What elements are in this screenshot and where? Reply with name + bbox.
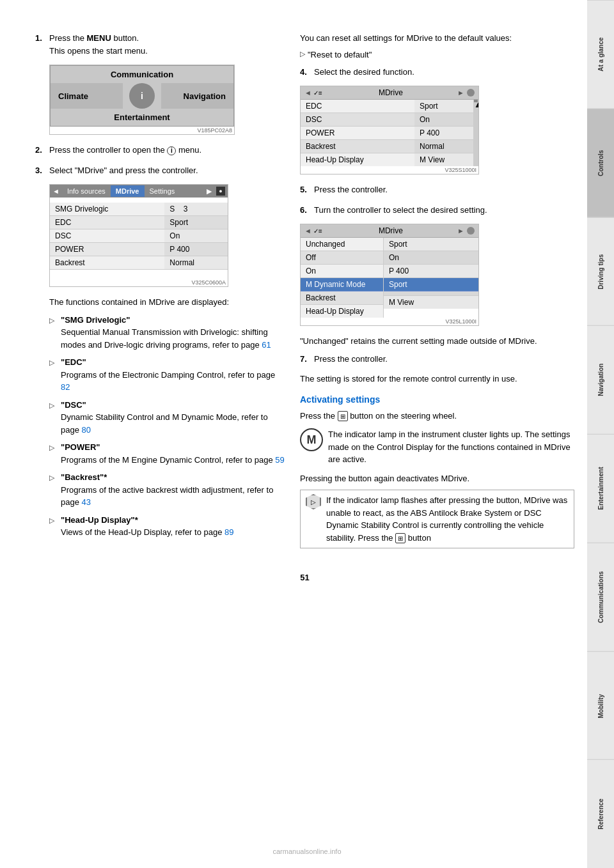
sidebar-item-controls[interactable]: Controls [587,109,614,217]
steering-icon: ⊞ [338,411,348,421]
table-cell-left: EDC [50,216,164,229]
tab-info-sources[interactable]: Info sources [62,185,111,197]
i-icon: i [167,146,176,155]
tab-left-icon: ◄ [50,186,62,196]
reset-sub-text: "Reset to default" [308,50,372,59]
tab-dot-icon: ● [216,187,225,196]
table-cell-left: EDC [301,100,414,113]
sidebar-item-reference[interactable]: Reference [587,759,614,868]
nav-menu-grid: Communication Climate i Navigation Enter… [50,65,234,127]
table-cell-left: Backrest [50,256,164,270]
table-row: DSC On [50,229,228,243]
menu-center: i [123,83,161,109]
stored-text: The setting is stored for the remote con… [300,373,574,385]
functions-text: The functions contained in MDrive are di… [49,296,285,309]
bullet-content: "POWER" Programs of the M Engine Dynamic… [61,441,285,466]
warning-note-box: ▷ If the indicator lamp flashes after pr… [300,490,574,548]
table-row-unchanged: Unchanged [301,238,383,251]
table-row-backrest: Backrest [301,291,383,305]
table-row: Head-Up Display M View [301,153,473,167]
table-with-scroll: EDC Sport DSC On POWER P 400 [301,100,478,166]
table-row-blank [384,291,478,296]
step-1-bold: MENU [87,33,111,43]
table-row: DSC On [301,113,473,127]
bullet-content: "DSC" Dynamic Stability Control and M Dy… [61,399,285,437]
bullet-title: "Head-Up Display"* [61,515,138,525]
table-row-mview: M View [384,296,478,309]
table-row-m-dynamic: M Dynamic Mode [301,278,383,291]
two-col-table: Unchanged Off On M Dynamic Mode Backrest… [301,238,478,318]
right-settings-table-1: EDC Sport DSC On POWER P 400 [301,100,473,166]
list-item: ▷ "Backrest"* Programs of the active bac… [49,471,285,509]
tab-settings[interactable]: Settings [145,185,180,197]
table-cell-right: P 400 [164,243,228,256]
step-3-content: Select "MDrive" and press the controller… [49,164,285,177]
activating-title: Activating settings [300,394,574,405]
center-i-icon: i [129,83,155,109]
table-cell-right: On [414,113,473,127]
list-item: ▷ "DSC" Dynamic Stability Control and M … [49,399,285,437]
m-note-box: M The indicator lamp in the instrument c… [300,428,574,466]
list-item: ▷ "POWER" Programs of the M Engine Dynam… [49,441,285,466]
table-cell-left: POWER [50,243,164,256]
sidebar: At a glance Controls Driving tips Naviga… [587,0,614,868]
step-4: 4. Select the desired function. [300,66,574,79]
warning-icon: ▷ [306,494,321,509]
table-cell-right: S 3 [164,203,228,216]
table-row-hud: Head-Up Display [301,305,383,318]
link-43[interactable]: 43 [82,497,91,507]
bullet-arrow-icon: ▷ [49,357,57,394]
tab-mdrive[interactable]: MDrive [111,185,145,197]
bullet-title: "POWER" [61,442,100,452]
step-6-content: Turn the controller to select the desire… [314,204,574,217]
table-row-off: Off [301,251,383,265]
menu-top-label: Communication [51,66,233,83]
right-col: Sport On P 400 Sport M View [384,238,478,318]
link-82[interactable]: 82 [61,382,70,392]
step-2: 2. Press the controller to open the i me… [35,144,285,157]
menu-left-label: Climate [51,83,123,109]
scroll-bar-1[interactable]: ▲ [473,100,478,166]
sidebar-item-at-a-glance[interactable]: At a glance [587,0,614,109]
step-1-text2: button. [111,33,139,43]
mdrive-dot-icon [467,89,475,97]
step-2-number: 2. [35,144,45,157]
table-cell-left: DSC [301,113,414,127]
step-5-number: 5. [300,183,310,196]
step-7-content: Press the controller. [314,353,574,366]
sidebar-item-driving-tips[interactable]: Driving tips [587,217,614,326]
bullet-title: "Backrest"* [61,472,107,482]
tab-right-icon: ► [202,185,216,198]
page-number: 51 [35,573,574,582]
sidebar-item-mobility[interactable]: Mobility [587,651,614,760]
left-col: Unchanged Off On M Dynamic Mode Backrest… [301,238,384,318]
link-61[interactable]: 61 [262,340,271,350]
bullet-content: "Backrest"* Programs of the active backr… [61,471,285,509]
table-cell-left: DSC [50,229,164,243]
bullet-arrow-icon: ▷ [49,515,57,539]
table-cell-left: POWER [301,127,414,140]
reset-arrow-icon: ▷ [300,50,305,59]
link-80[interactable]: 80 [82,425,91,435]
mdrive-dot-icon-2 [467,227,475,235]
image-code-1: V325C0600A [50,279,228,286]
table-row-sport: Sport [384,238,478,251]
bullet-arrow-icon: ▷ [49,472,57,509]
bullet-arrow-icon: ▷ [49,315,57,352]
table-row: POWER P 400 [50,243,228,256]
reset-text: You can reset all settings for MDrive to… [300,32,574,45]
table-row-on: On [301,265,383,278]
menu-bottom-label: Entertainment [51,109,233,126]
sidebar-item-navigation[interactable]: Navigation [587,325,614,434]
image-code-3: V325L1000I [301,318,478,325]
step-4-content: Select the desired function. [314,66,574,79]
sidebar-item-entertainment[interactable]: Entertainment [587,434,614,543]
step-1-number: 1. [35,32,45,57]
link-89[interactable]: 89 [224,527,233,537]
table-row-p400: P 400 [384,265,478,278]
step-5-content: Press the controller. [314,183,574,196]
bullet-title: "DSC" [61,400,86,410]
link-59[interactable]: 59 [275,455,284,465]
sidebar-item-communications[interactable]: Communications [587,543,614,651]
mdrive-header-2: ◄ ✓≡ MDrive ► [301,224,478,238]
